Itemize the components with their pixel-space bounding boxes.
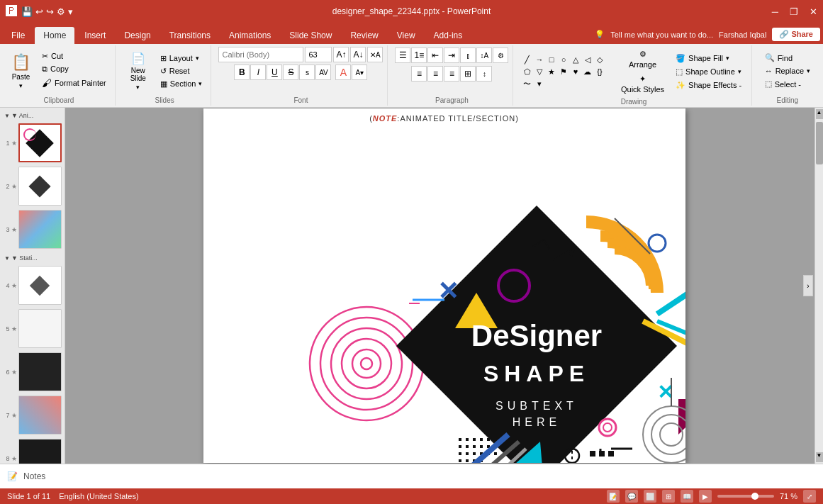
line-spacing[interactable]: ↕ [476, 66, 492, 82]
clear-formatting[interactable]: ✕A [367, 47, 383, 62]
section-dropdown[interactable]: ▾ [198, 80, 202, 87]
section-button[interactable]: ▦ Section ▾ [156, 78, 207, 90]
slide-thumb-6[interactable] [18, 352, 62, 391]
fit-slide-button[interactable]: ⤢ [803, 490, 816, 503]
brace-icon[interactable]: {} [594, 66, 605, 77]
slide-thumb-3[interactable] [18, 210, 62, 249]
heart-icon[interactable]: ♥ [570, 66, 581, 77]
tab-insert[interactable]: Insert [76, 27, 114, 44]
replace-dropdown[interactable]: ▾ [807, 67, 810, 74]
tab-file[interactable]: File [3, 27, 33, 44]
shape-outline-dropdown[interactable]: ▾ [738, 68, 741, 75]
more-shapes-icon[interactable]: ▾ [534, 78, 545, 89]
rtriangle-icon[interactable]: ◁ [582, 54, 593, 65]
triangle-shape-icon[interactable]: △ [570, 54, 581, 65]
star-shape-icon[interactable]: ★ [546, 66, 557, 77]
strikethrough-button[interactable]: S [283, 65, 298, 80]
layout-button[interactable]: ⊞ Layout ▾ [156, 52, 207, 65]
scroll-down-button[interactable]: ▼ [816, 452, 823, 462]
copy-button[interactable]: ⧉ Copy [38, 63, 111, 75]
format-painter-button[interactable]: 🖌 Format Painter [38, 76, 111, 90]
restore-button[interactable]: ❐ [790, 6, 798, 17]
scroll-thumb[interactable] [816, 122, 823, 164]
save-button[interactable]: 💾 [21, 6, 33, 17]
select-button[interactable]: ⬚ Select - [759, 78, 816, 90]
slide-thumb-8[interactable] [18, 439, 62, 464]
font-name-input[interactable] [218, 47, 303, 62]
shape-outline-button[interactable]: ⬚ Shape Outline ▾ [671, 66, 746, 78]
share-button[interactable]: 🔗 Share [772, 28, 820, 41]
underline-button[interactable]: U [267, 65, 282, 80]
slideshow-button[interactable]: ▶ [699, 490, 712, 503]
cloud-icon[interactable]: ☁ [582, 66, 593, 77]
align-center[interactable]: ≡ [427, 66, 443, 82]
banner-icon[interactable]: ⚑ [558, 66, 569, 77]
undo-button[interactable]: ↩ [35, 6, 43, 17]
slide-thumb-2[interactable] [18, 167, 62, 206]
paste-dropdown[interactable]: ▾ [19, 82, 23, 89]
cut-button[interactable]: ✂ Cut [38, 50, 111, 62]
comments-status-button[interactable]: 💬 [625, 490, 638, 503]
callout-icon[interactable]: ▽ [534, 66, 545, 77]
wave-icon[interactable]: 〜 [522, 78, 533, 89]
text-direction[interactable]: ↕A [476, 47, 492, 63]
tab-transitions[interactable]: Transitions [161, 27, 219, 44]
minimize-button[interactable]: ─ [772, 6, 778, 17]
slide-thumb-5[interactable] [18, 309, 62, 348]
slide-sorter-button[interactable]: ⊞ [662, 490, 675, 503]
notes-label[interactable]: Notes [23, 471, 45, 481]
convert-smartart[interactable]: ⚙ [493, 47, 508, 63]
redo-button[interactable]: ↪ [46, 6, 54, 17]
char-spacing[interactable]: AV [315, 65, 331, 80]
increase-indent[interactable]: ⇥ [444, 47, 459, 63]
reset-button[interactable]: ↺ Reset [156, 65, 207, 77]
text-highlight[interactable]: A▾ [352, 65, 367, 80]
pentagon-icon[interactable]: ⬠ [522, 66, 533, 77]
justify[interactable]: ⊞ [460, 66, 476, 82]
replace-button[interactable]: ↔ Replace ▾ [759, 65, 816, 77]
tab-slideshow[interactable]: Slide Show [281, 27, 340, 44]
italic-button[interactable]: I [250, 65, 266, 80]
slide-canvas[interactable]: (NOTE:ANIMATED TITLE/SECTION) ✕ [203, 108, 685, 463]
font-size-increase[interactable]: A↑ [333, 47, 349, 62]
font-size-input[interactable] [305, 47, 332, 62]
numbering-button[interactable]: 1≡ [411, 47, 427, 63]
section-2-header[interactable]: ▼ ▼ Stati... [3, 253, 62, 263]
slide-thumb-4[interactable] [18, 266, 62, 305]
bullets-button[interactable]: ☰ [395, 47, 410, 63]
find-button[interactable]: 🔍 Find [759, 52, 816, 64]
normal-view-button[interactable]: ⬜ [644, 490, 656, 503]
notes-status-button[interactable]: 📝 [607, 490, 620, 503]
align-left[interactable]: ≡ [411, 66, 427, 82]
diamond-icon[interactable]: ◇ [594, 54, 605, 65]
slide-thumb-7[interactable] [18, 396, 62, 435]
tab-view[interactable]: View [388, 27, 424, 44]
shape-fill-button[interactable]: 🪣 Shape Fill ▾ [671, 52, 746, 65]
zoom-slider[interactable] [717, 495, 774, 498]
arrange-button[interactable]: ⚙ Arrange [617, 47, 668, 71]
shadow-button[interactable]: s [299, 65, 315, 80]
line-icon[interactable]: ╱ [522, 54, 533, 65]
close-button[interactable]: ✕ [810, 6, 817, 17]
tab-animations[interactable]: Animations [220, 27, 279, 44]
font-color-button[interactable]: A [335, 65, 351, 80]
shape-fill-dropdown[interactable]: ▾ [726, 55, 729, 62]
decrease-indent[interactable]: ⇤ [427, 47, 443, 63]
quick-styles-button[interactable]: ✦ Quick Styles [617, 72, 668, 96]
vertical-scrollbar[interactable]: ▲ ▼ [814, 108, 823, 464]
arrow-icon[interactable]: → [534, 54, 545, 65]
reading-view-button[interactable]: 📖 [681, 490, 693, 503]
scroll-up-button[interactable]: ▲ [816, 109, 823, 119]
tab-review[interactable]: Review [342, 27, 386, 44]
columns-button[interactable]: ⫿ [460, 47, 476, 63]
shape-effects-button[interactable]: ✨ Shape Effects - [671, 79, 746, 91]
section-1-header[interactable]: ▼ ▼ Ani... [3, 111, 62, 121]
paste-button[interactable]: 📋 Paste ▾ [7, 50, 35, 92]
tab-design[interactable]: Design [116, 27, 159, 44]
align-right[interactable]: ≡ [444, 66, 459, 82]
customize-button[interactable]: ⚙ [57, 6, 65, 17]
new-slide-button[interactable]: 📄 New Slide ▾ [123, 49, 154, 94]
tab-home[interactable]: Home [35, 27, 74, 44]
bold-button[interactable]: B [234, 65, 250, 80]
rect-icon[interactable]: □ [546, 54, 557, 65]
